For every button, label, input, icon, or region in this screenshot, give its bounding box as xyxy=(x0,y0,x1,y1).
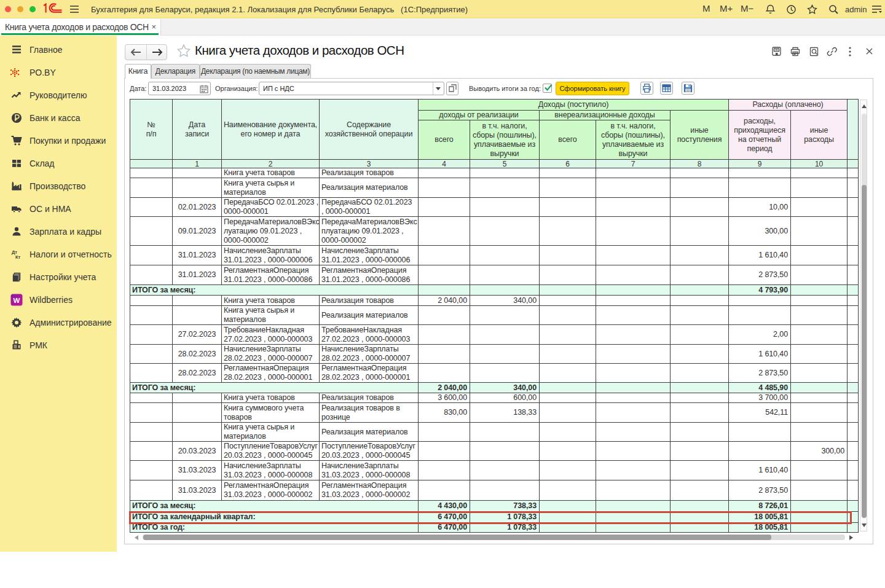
svg-text:W: W xyxy=(14,297,20,304)
svg-text:Кт: Кт xyxy=(15,254,21,260)
